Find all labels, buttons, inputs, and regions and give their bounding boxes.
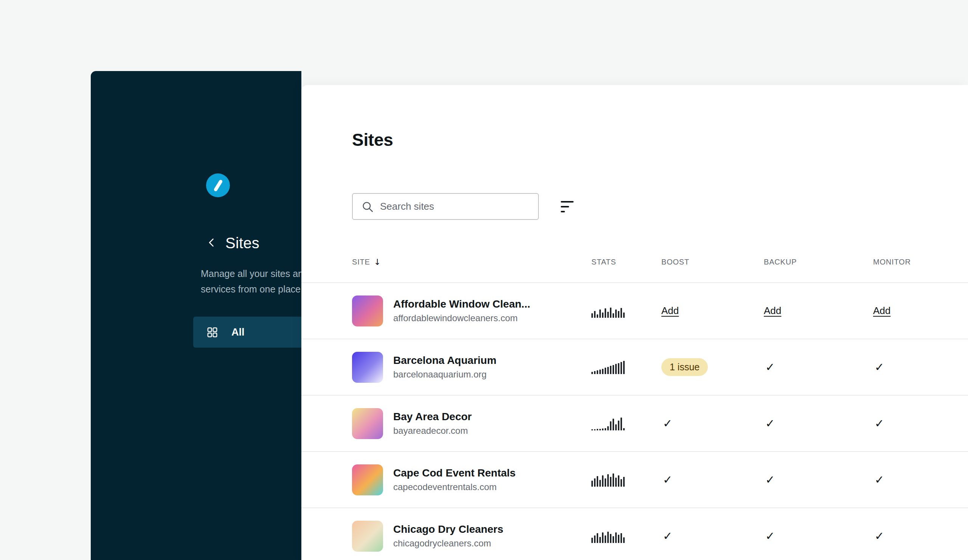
column-label: SITE [352, 258, 370, 266]
jetpack-logo[interactable] [206, 173, 230, 197]
check-icon: ✓ [875, 417, 884, 430]
site-domain: barcelonaaquarium.org [393, 369, 496, 380]
table-row[interactable]: Barcelona Aquarium barcelonaaquarium.org… [302, 339, 968, 396]
site-name[interactable]: Barcelona Aquarium [393, 354, 496, 367]
column-header-site[interactable]: SITE ↓ [352, 258, 592, 266]
site-domain: bayareadecor.com [393, 426, 472, 436]
check-icon: ✓ [875, 473, 884, 486]
site-domain: affordablewindowcleaners.com [393, 313, 530, 324]
grid-icon [206, 326, 219, 339]
check-icon: ✓ [663, 417, 672, 430]
site-domain: chicagodrycleaners.com [393, 538, 503, 548]
site-favicon [352, 464, 383, 496]
back-button[interactable] [206, 237, 217, 249]
chevron-left-icon [206, 237, 217, 249]
stats-sparkline [592, 360, 661, 374]
table-row[interactable]: Affordable Window Clean... affordablewin… [302, 283, 968, 339]
toolbar [352, 193, 968, 220]
table-header: SITE ↓ STATS BOOST BACKUP MONITOR [302, 258, 968, 283]
sidebar-item-label: All [231, 327, 245, 338]
table-body: Affordable Window Clean... affordablewin… [302, 283, 968, 560]
search-box[interactable] [352, 193, 539, 220]
table-row[interactable]: Bay Area Decor bayareadecor.com ✓ ✓ ✓ [302, 396, 968, 452]
sidebar: Sites Manage all your sites and Jetpack … [91, 71, 302, 560]
check-icon: ✓ [875, 529, 884, 543]
column-header-stats: STATS [592, 258, 661, 266]
boost-add-link[interactable]: Add [661, 305, 679, 316]
stats-sparkline [592, 304, 661, 318]
site-name[interactable]: Affordable Window Clean... [393, 298, 530, 310]
sidebar-header: Sites [206, 235, 259, 252]
table-row[interactable]: Chicago Dry Cleaners chicagodrycleaners.… [302, 508, 968, 560]
stats-sparkline [592, 529, 661, 543]
site-name[interactable]: Cape Cod Event Rentals [393, 467, 516, 479]
check-icon: ✓ [663, 529, 672, 543]
site-favicon [352, 521, 383, 552]
sites-panel: Sites SITE ↓ STATS BOOST BACKUP MONITOR [302, 85, 968, 560]
check-icon: ✓ [765, 417, 775, 430]
backup-add-link[interactable]: Add [764, 305, 781, 316]
boost-issue-badge[interactable]: 1 issue [661, 358, 708, 376]
column-header-backup: BACKUP [764, 258, 873, 266]
search-icon [361, 200, 374, 213]
page-title: Sites [352, 130, 968, 150]
sidebar-title: Sites [225, 235, 259, 252]
check-icon: ✓ [663, 473, 672, 486]
column-header-monitor: MONITOR [873, 258, 968, 266]
sort-desc-icon: ↓ [374, 258, 381, 266]
site-name[interactable]: Chicago Dry Cleaners [393, 524, 503, 535]
check-icon: ✓ [875, 360, 884, 374]
stats-sparkline [592, 417, 661, 430]
monitor-add-link[interactable]: Add [873, 305, 890, 316]
filter-button[interactable] [559, 199, 576, 215]
check-icon: ✓ [765, 360, 775, 374]
site-favicon [352, 408, 383, 439]
site-domain: capecodeventrentals.com [393, 482, 516, 492]
site-favicon [352, 352, 383, 383]
table-row[interactable]: Cape Cod Event Rentals capecodeventrenta… [302, 452, 968, 508]
stats-sparkline [592, 473, 661, 487]
search-input[interactable] [380, 194, 538, 219]
site-favicon [352, 296, 383, 327]
check-icon: ✓ [765, 529, 775, 543]
check-icon: ✓ [765, 473, 775, 486]
column-header-boost: BOOST [661, 258, 764, 266]
site-name[interactable]: Bay Area Decor [393, 411, 472, 423]
